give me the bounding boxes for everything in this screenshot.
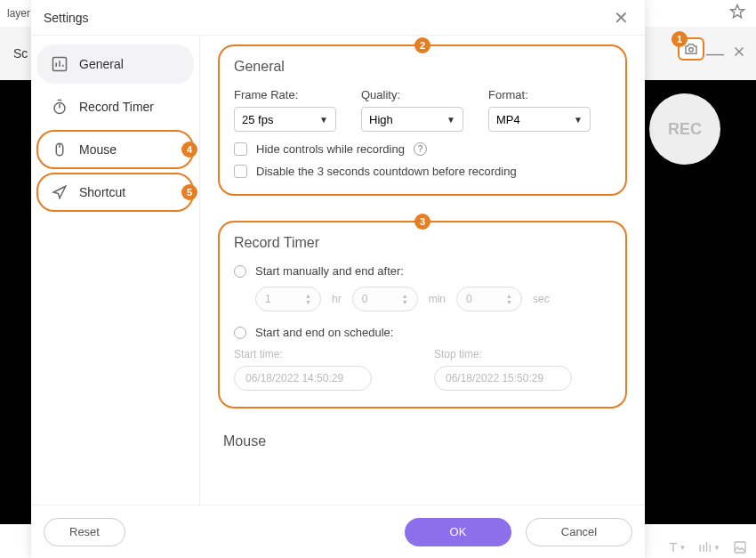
- ok-button[interactable]: OK: [405, 518, 511, 546]
- nav-item-record-timer[interactable]: Record Timer: [36, 87, 194, 126]
- cancel-button[interactable]: Cancel: [526, 518, 632, 546]
- nav-item-shortcut[interactable]: Shortcut 5: [36, 173, 194, 212]
- start-time-input[interactable]: 06/18/2022 14:50:29: [234, 366, 372, 391]
- quality-label: Quality:: [361, 88, 463, 101]
- mode-schedule-radio[interactable]: [234, 327, 246, 339]
- hours-input[interactable]: 1 ▲▼: [255, 287, 321, 311]
- bottom-tools: T ▼ ıılı ▼: [670, 540, 747, 554]
- section-title: Record Timer: [234, 235, 611, 251]
- stop-time-label: Stop time:: [434, 348, 572, 360]
- settings-content: 2 General Frame Rate: 25 fps ▼ Quality: …: [200, 36, 645, 505]
- chevron-down-icon: ▼: [446, 115, 455, 125]
- hide-controls-checkbox[interactable]: [234, 142, 247, 156]
- hide-controls-label: Hide controls while recording: [256, 142, 405, 156]
- nav-item-label: Mouse: [79, 142, 117, 157]
- rec-button[interactable]: REC: [649, 93, 720, 165]
- mode-schedule-label: Start and end on schedule:: [255, 326, 393, 339]
- min-unit: min: [429, 293, 446, 305]
- svg-point-0: [689, 48, 694, 53]
- minutes-input[interactable]: 0 ▲▼: [352, 287, 418, 311]
- seconds-input[interactable]: 0 ▲▼: [456, 287, 522, 311]
- help-icon[interactable]: ?: [414, 142, 427, 156]
- spinner-buttons[interactable]: ▲▼: [506, 293, 512, 305]
- star-icon[interactable]: [729, 4, 745, 23]
- annotation-badge-1: 1: [672, 31, 688, 47]
- annotation-1-gear[interactable]: 1: [678, 37, 704, 61]
- paper-plane-icon: [51, 183, 68, 201]
- back-left-text: Sc: [13, 46, 28, 61]
- stopwatch-icon: [51, 98, 68, 116]
- frame-rate-label: Frame Rate:: [234, 88, 336, 101]
- dialog-title: Settings: [44, 11, 89, 25]
- section-title: General: [234, 59, 611, 75]
- brand-fragment: layer: [7, 7, 30, 20]
- close-icon[interactable]: ✕: [610, 4, 632, 32]
- format-select[interactable]: MP4 ▼: [488, 107, 591, 132]
- equalizer-icon[interactable]: ıılı ▼: [698, 540, 720, 554]
- nav-item-mouse[interactable]: Mouse 4: [36, 130, 194, 169]
- spinner-buttons[interactable]: ▲▼: [305, 293, 311, 305]
- spinner-buttons[interactable]: ▲▼: [402, 293, 408, 305]
- disable-countdown-checkbox[interactable]: [234, 165, 247, 178]
- format-label: Format:: [488, 88, 591, 101]
- chevron-down-icon: ▼: [319, 115, 328, 125]
- mouse-icon: [51, 141, 68, 158]
- image-tool-icon[interactable]: [733, 540, 747, 554]
- annotation-badge-3: 3: [414, 214, 430, 230]
- bar-chart-icon: [51, 55, 68, 73]
- sec-unit: sec: [533, 293, 550, 305]
- stop-time-input[interactable]: 06/18/2022 15:50:29: [434, 366, 572, 391]
- nav-item-label: Record Timer: [79, 100, 154, 114]
- hr-unit: hr: [332, 293, 342, 305]
- quality-select[interactable]: High ▼: [361, 107, 463, 132]
- section-title-mouse: Mouse: [218, 433, 627, 449]
- reset-button[interactable]: Reset: [44, 518, 125, 546]
- dialog-footer: Reset OK Cancel: [31, 505, 645, 558]
- annotation-badge-5: 5: [181, 184, 197, 200]
- chevron-down-icon: ▼: [574, 115, 583, 125]
- nav-item-label: General: [79, 57, 124, 71]
- mode-manual-label: Start manually and end after:: [255, 264, 404, 278]
- disable-countdown-label: Disable the 3 seconds countdown before r…: [256, 165, 517, 178]
- frame-rate-select[interactable]: 25 fps ▼: [234, 107, 336, 132]
- annotation-badge-4: 4: [181, 142, 197, 158]
- nav-item-general[interactable]: General: [36, 44, 194, 84]
- start-time-label: Start time:: [234, 348, 372, 360]
- dialog-header: Settings ✕: [31, 0, 645, 36]
- settings-nav: General Record Timer Mouse 4 Shortcut: [31, 36, 200, 505]
- annotation-badge-2: 2: [414, 37, 430, 53]
- section-general: 2 General Frame Rate: 25 fps ▼ Quality: …: [218, 44, 627, 196]
- mode-manual-radio[interactable]: [234, 265, 246, 278]
- settings-dialog: Settings ✕ General Record Timer Mouse: [31, 0, 645, 558]
- section-record-timer: 3 Record Timer Start manually and end af…: [218, 221, 627, 408]
- nav-item-label: Shortcut: [79, 185, 125, 199]
- minimize-icon[interactable]: —: [706, 44, 724, 64]
- svg-rect-1: [735, 542, 745, 553]
- text-tool-icon[interactable]: T ▼: [670, 540, 686, 554]
- window-close-icon[interactable]: [731, 44, 747, 63]
